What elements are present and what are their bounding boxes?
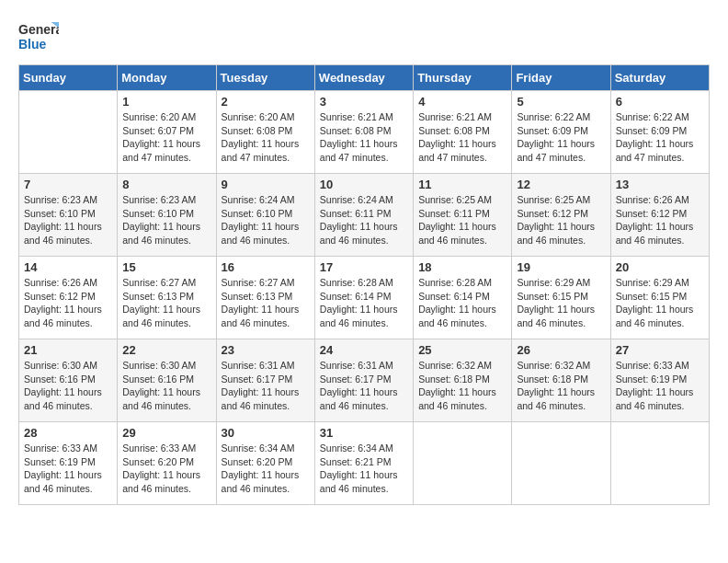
day-number: 12 — [517, 178, 605, 191]
calendar-cell: 21Sunrise: 6:30 AMSunset: 6:16 PMDayligh… — [19, 339, 118, 422]
calendar-cell — [19, 91, 118, 174]
calendar-week-2: 7Sunrise: 6:23 AMSunset: 6:10 PMDaylight… — [19, 174, 710, 257]
day-number: 6 — [616, 95, 704, 109]
calendar-cell: 22Sunrise: 6:30 AMSunset: 6:16 PMDayligh… — [118, 339, 216, 422]
day-info: Sunrise: 6:31 AMSunset: 6:17 PMDaylight:… — [320, 359, 408, 413]
calendar-cell: 19Sunrise: 6:29 AMSunset: 6:15 PMDayligh… — [512, 257, 610, 339]
calendar-cell: 20Sunrise: 6:29 AMSunset: 6:15 PMDayligh… — [610, 257, 709, 339]
day-info: Sunrise: 6:24 AMSunset: 6:10 PMDaylight:… — [222, 193, 310, 247]
logo-svg: General Blue — [18, 18, 59, 55]
calendar-cell: 29Sunrise: 6:33 AMSunset: 6:20 PMDayligh… — [118, 422, 216, 505]
day-info: Sunrise: 6:33 AMSunset: 6:19 PMDaylight:… — [616, 359, 704, 413]
calendar-cell: 2Sunrise: 6:20 AMSunset: 6:08 PMDaylight… — [216, 91, 314, 174]
day-info: Sunrise: 6:21 AMSunset: 6:08 PMDaylight:… — [320, 110, 408, 165]
calendar-cell: 28Sunrise: 6:33 AMSunset: 6:19 PMDayligh… — [19, 422, 118, 505]
calendar-cell — [414, 422, 512, 505]
calendar-cell: 30Sunrise: 6:34 AMSunset: 6:20 PMDayligh… — [216, 422, 314, 505]
day-info: Sunrise: 6:27 AMSunset: 6:13 PMDaylight:… — [222, 276, 310, 330]
calendar-cell: 27Sunrise: 6:33 AMSunset: 6:19 PMDayligh… — [610, 339, 709, 422]
day-info: Sunrise: 6:23 AMSunset: 6:10 PMDaylight:… — [122, 193, 210, 247]
calendar-week-1: 1Sunrise: 6:20 AMSunset: 6:07 PMDaylight… — [19, 91, 710, 174]
calendar-cell: 9Sunrise: 6:24 AMSunset: 6:10 PMDaylight… — [216, 174, 314, 257]
logo-container: General Blue — [18, 18, 59, 55]
calendar-cell: 14Sunrise: 6:26 AMSunset: 6:12 PMDayligh… — [19, 257, 118, 339]
day-number: 10 — [320, 178, 408, 191]
day-info: Sunrise: 6:30 AMSunset: 6:16 PMDaylight:… — [122, 359, 210, 413]
day-info: Sunrise: 6:29 AMSunset: 6:15 PMDaylight:… — [616, 276, 704, 330]
day-info: Sunrise: 6:33 AMSunset: 6:20 PMDaylight:… — [122, 442, 210, 496]
day-number: 21 — [24, 343, 112, 357]
weekday-header-sunday: Sunday — [19, 65, 118, 91]
calendar-cell: 8Sunrise: 6:23 AMSunset: 6:10 PMDaylight… — [118, 174, 216, 257]
day-info: Sunrise: 6:24 AMSunset: 6:11 PMDaylight:… — [320, 193, 408, 247]
day-number: 31 — [320, 426, 408, 440]
day-info: Sunrise: 6:22 AMSunset: 6:09 PMDaylight:… — [517, 110, 605, 165]
calendar-cell: 16Sunrise: 6:27 AMSunset: 6:13 PMDayligh… — [216, 257, 314, 339]
calendar-cell: 23Sunrise: 6:31 AMSunset: 6:17 PMDayligh… — [216, 339, 314, 422]
day-info: Sunrise: 6:32 AMSunset: 6:18 PMDaylight:… — [418, 359, 506, 413]
day-number: 9 — [222, 178, 310, 191]
calendar-cell: 7Sunrise: 6:23 AMSunset: 6:10 PMDaylight… — [19, 174, 118, 257]
day-info: Sunrise: 6:30 AMSunset: 6:16 PMDaylight:… — [24, 359, 112, 413]
day-info: Sunrise: 6:27 AMSunset: 6:13 PMDaylight:… — [122, 276, 210, 330]
day-number: 15 — [122, 260, 210, 274]
day-info: Sunrise: 6:29 AMSunset: 6:15 PMDaylight:… — [517, 276, 605, 330]
day-info: Sunrise: 6:28 AMSunset: 6:14 PMDaylight:… — [320, 276, 408, 330]
calendar-cell: 5Sunrise: 6:22 AMSunset: 6:09 PMDaylight… — [512, 91, 610, 174]
day-number: 2 — [222, 95, 310, 109]
calendar-cell: 12Sunrise: 6:25 AMSunset: 6:12 PMDayligh… — [512, 174, 610, 257]
calendar-cell: 4Sunrise: 6:21 AMSunset: 6:08 PMDaylight… — [414, 91, 512, 174]
day-number: 16 — [222, 260, 310, 274]
calendar-table: SundayMondayTuesdayWednesdayThursdayFrid… — [18, 64, 710, 505]
calendar-week-5: 28Sunrise: 6:33 AMSunset: 6:19 PMDayligh… — [19, 422, 710, 505]
day-number: 18 — [418, 260, 506, 274]
weekday-header-monday: Monday — [118, 65, 216, 91]
day-info: Sunrise: 6:23 AMSunset: 6:10 PMDaylight:… — [24, 193, 112, 247]
svg-text:Blue: Blue — [18, 37, 47, 52]
day-info: Sunrise: 6:26 AMSunset: 6:12 PMDaylight:… — [616, 193, 704, 247]
calendar-week-4: 21Sunrise: 6:30 AMSunset: 6:16 PMDayligh… — [19, 339, 710, 422]
page-header: General Blue — [18, 18, 710, 55]
calendar-cell: 10Sunrise: 6:24 AMSunset: 6:11 PMDayligh… — [314, 174, 413, 257]
day-info: Sunrise: 6:21 AMSunset: 6:08 PMDaylight:… — [418, 110, 506, 165]
day-info: Sunrise: 6:25 AMSunset: 6:12 PMDaylight:… — [517, 193, 605, 247]
calendar-cell: 25Sunrise: 6:32 AMSunset: 6:18 PMDayligh… — [414, 339, 512, 422]
day-info: Sunrise: 6:26 AMSunset: 6:12 PMDaylight:… — [24, 276, 112, 330]
day-info: Sunrise: 6:34 AMSunset: 6:20 PMDaylight:… — [222, 442, 310, 496]
day-number: 4 — [418, 95, 506, 109]
day-number: 23 — [222, 343, 310, 357]
calendar-cell: 17Sunrise: 6:28 AMSunset: 6:14 PMDayligh… — [314, 257, 413, 339]
day-info: Sunrise: 6:33 AMSunset: 6:19 PMDaylight:… — [24, 442, 112, 496]
day-number: 25 — [418, 343, 506, 357]
day-number: 22 — [122, 343, 210, 357]
calendar-cell: 6Sunrise: 6:22 AMSunset: 6:09 PMDaylight… — [610, 91, 709, 174]
day-info: Sunrise: 6:20 AMSunset: 6:07 PMDaylight:… — [122, 110, 210, 165]
calendar-cell: 11Sunrise: 6:25 AMSunset: 6:11 PMDayligh… — [414, 174, 512, 257]
day-number: 30 — [222, 426, 310, 440]
day-info: Sunrise: 6:32 AMSunset: 6:18 PMDaylight:… — [517, 359, 605, 413]
calendar-cell: 15Sunrise: 6:27 AMSunset: 6:13 PMDayligh… — [118, 257, 216, 339]
weekday-header-row: SundayMondayTuesdayWednesdayThursdayFrid… — [19, 65, 710, 91]
weekday-header-tuesday: Tuesday — [216, 65, 314, 91]
day-info: Sunrise: 6:34 AMSunset: 6:21 PMDaylight:… — [320, 442, 408, 496]
weekday-header-wednesday: Wednesday — [314, 65, 413, 91]
weekday-header-friday: Friday — [512, 65, 610, 91]
day-number: 26 — [517, 343, 605, 357]
calendar-cell: 24Sunrise: 6:31 AMSunset: 6:17 PMDayligh… — [314, 339, 413, 422]
day-number: 3 — [320, 95, 408, 109]
day-number: 8 — [122, 178, 210, 191]
day-info: Sunrise: 6:25 AMSunset: 6:11 PMDaylight:… — [418, 193, 506, 247]
calendar-cell: 1Sunrise: 6:20 AMSunset: 6:07 PMDaylight… — [118, 91, 216, 174]
day-number: 5 — [517, 95, 605, 109]
day-number: 24 — [320, 343, 408, 357]
calendar-cell — [610, 422, 709, 505]
day-number: 7 — [24, 178, 112, 191]
logo: General Blue — [18, 18, 59, 55]
day-info: Sunrise: 6:28 AMSunset: 6:14 PMDaylight:… — [418, 276, 506, 330]
day-number: 11 — [418, 178, 506, 191]
svg-text:General: General — [18, 22, 59, 37]
day-number: 29 — [122, 426, 210, 440]
calendar-cell — [512, 422, 610, 505]
day-info: Sunrise: 6:22 AMSunset: 6:09 PMDaylight:… — [616, 110, 704, 165]
day-number: 19 — [517, 260, 605, 274]
